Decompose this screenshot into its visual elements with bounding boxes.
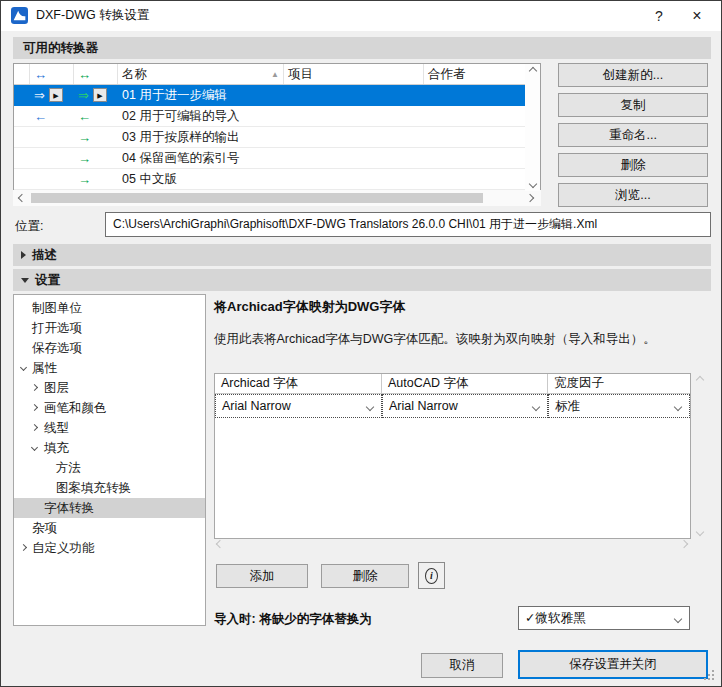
tree-item-label: 字体转换	[44, 500, 94, 517]
width-factor-select[interactable]: 标准	[548, 394, 690, 418]
collaborator-column-label: 合作者	[428, 66, 466, 83]
title-bar: DXF-DWG 转换设置 ? ×	[1, 1, 721, 31]
column-header-project[interactable]: 项目	[284, 64, 424, 84]
browse-button[interactable]: 浏览...	[558, 183, 708, 207]
tree-item-attributes[interactable]: 属性	[14, 358, 205, 378]
expander-closed-icon[interactable]	[31, 404, 38, 411]
translator-row[interactable]: → 04 保留画笔的索引号	[14, 148, 540, 169]
tree-item-font-conversion[interactable]: 字体转换	[14, 498, 205, 518]
font-mapping-title: 将Archicad字体映射为DWG字体	[214, 298, 405, 316]
translator-row-selected[interactable]: ⇒ ▶ ⇒ ▶ 01 用于进一步编辑	[14, 85, 540, 106]
save-and-close-button[interactable]: 保存设置并关闭	[518, 650, 708, 679]
translator-row[interactable]: → 05 中文版	[14, 169, 540, 190]
tree-item-save-options[interactable]: 保存选项	[14, 338, 205, 358]
info-button[interactable]: i	[418, 562, 445, 589]
bidirectional-green-icon[interactable]: ↔	[74, 64, 118, 84]
translator-name: 02 用于可编辑的导入	[118, 108, 540, 125]
help-button[interactable]: ?	[639, 1, 679, 31]
available-translators-label: 可用的转换器	[23, 40, 98, 57]
tree-item-open-options[interactable]: 打开选项	[14, 318, 205, 338]
project-column-label: 项目	[288, 66, 313, 83]
bidirectional-blue-icon[interactable]: ↔	[30, 64, 74, 84]
resize-grip[interactable]	[702, 668, 714, 680]
tree-item-label: 图案填充转换	[56, 480, 131, 497]
scroll-left-icon[interactable]	[216, 540, 224, 548]
chevron-down-icon	[674, 615, 682, 623]
location-path-field[interactable]: C:\Users\ArchiGraphi\Graphisoft\DXF-DWG …	[105, 212, 711, 237]
info-icon: i	[425, 568, 438, 584]
tree-item-miscellaneous[interactable]: 杂项	[14, 518, 205, 538]
export-green-arrow-icon: →	[78, 172, 91, 187]
delete-translator-button[interactable]: 删除	[558, 153, 708, 177]
import-replace-label: 导入时: 将缺少的字体替换为	[214, 611, 372, 628]
scroll-left-icon[interactable]	[18, 194, 26, 202]
scroll-up-icon[interactable]	[696, 376, 704, 384]
translator-name: 04 保留画笔的索引号	[118, 150, 540, 167]
tree-item-pens-colors[interactable]: 画笔和颜色	[14, 398, 205, 418]
open-green-translator-button[interactable]: ▶	[93, 88, 107, 102]
tree-item-fills[interactable]: 填充	[14, 438, 205, 458]
settings-section-header[interactable]: 设置	[13, 269, 711, 291]
expander-open-icon[interactable]	[31, 444, 38, 451]
tree-item-hatch-conversion[interactable]: 图案填充转换	[14, 478, 205, 498]
name-column-label: 名称	[122, 66, 147, 83]
delete-font-mapping-button[interactable]: 删除	[321, 564, 409, 588]
play-icon: ▶	[53, 92, 58, 99]
window-title: DXF-DWG 转换设置	[36, 7, 149, 24]
translator-row[interactable]: ← ← 02 用于可编辑的导入	[14, 106, 540, 127]
description-section-header[interactable]: 描述	[13, 244, 711, 266]
open-blue-translator-button[interactable]: ▶	[49, 88, 63, 102]
available-translators-header: 可用的转换器	[13, 37, 711, 59]
tree-item-label: 图层	[44, 380, 69, 397]
hscrollbar-thumb[interactable]	[31, 193, 483, 203]
font-table-vscrollbar[interactable]	[693, 373, 707, 539]
rename-button[interactable]: 重命名...	[558, 123, 708, 147]
autocad-font-select[interactable]: Arial Narrow	[382, 394, 548, 418]
cancel-button[interactable]: 取消	[421, 653, 503, 678]
import-blue-arrow-icon: ←	[34, 109, 47, 124]
scroll-up-icon[interactable]	[528, 67, 536, 75]
scroll-right-icon[interactable]	[526, 194, 534, 202]
location-label: 位置:	[15, 218, 43, 235]
scroll-down-icon[interactable]	[528, 180, 536, 188]
tree-item-label: 方法	[56, 460, 81, 477]
description-section-label: 描述	[32, 247, 57, 264]
expander-closed-icon[interactable]	[20, 544, 27, 551]
tree-item-methods[interactable]: 方法	[14, 458, 205, 478]
tree-item-custom-functions[interactable]: 自定义功能	[14, 538, 205, 558]
font-mapping-table: Archicad 字体 AutoCAD 字体 宽度因子 Arial Narrow…	[214, 373, 691, 539]
autocad-font-column-header: AutoCAD 字体	[382, 374, 548, 394]
import-export-blue-arrow-icon: ⇒	[34, 88, 45, 103]
tree-item-layers[interactable]: 图层	[14, 378, 205, 398]
tree-item-label: 自定义功能	[32, 540, 95, 557]
translator-row[interactable]: → 03 用于按原样的输出	[14, 127, 540, 148]
create-new-button[interactable]: 创建新的...	[558, 63, 708, 87]
scroll-right-icon[interactable]	[680, 540, 688, 548]
sort-ascending-icon: ▲	[271, 70, 279, 79]
expander-open-icon[interactable]	[20, 364, 27, 371]
tree-item-drawing-units[interactable]: 制图单位	[14, 298, 205, 318]
expanded-triangle-icon	[21, 278, 29, 283]
expander-closed-icon[interactable]	[31, 424, 38, 431]
archicad-font-select[interactable]: Arial Narrow	[215, 394, 382, 418]
chevron-down-icon	[674, 403, 682, 411]
tree-item-label: 线型	[44, 420, 69, 437]
duplicate-button[interactable]: 复制	[558, 93, 708, 117]
tree-item-line-types[interactable]: 线型	[14, 418, 205, 438]
width-factor-column-header: 宽度因子	[548, 374, 690, 394]
close-icon[interactable]: ×	[677, 1, 717, 31]
missing-font-value: ✓微软雅黑	[525, 610, 585, 627]
tree-item-label: 画笔和颜色	[44, 400, 107, 417]
expander-closed-icon[interactable]	[31, 384, 38, 391]
add-font-mapping-button[interactable]: 添加	[216, 564, 308, 588]
scroll-down-icon[interactable]	[696, 528, 704, 536]
width-factor-value: 标准	[555, 398, 580, 415]
tree-item-label: 制图单位	[32, 300, 82, 317]
missing-font-select[interactable]: ✓微软雅黑	[518, 606, 690, 630]
tree-item-label: 填充	[44, 440, 69, 457]
translator-vscrollbar[interactable]	[525, 64, 540, 191]
column-header-collaborator[interactable]: 合作者	[424, 64, 540, 84]
translator-hscrollbar[interactable]	[13, 190, 541, 206]
tree-item-label: 打开选项	[32, 320, 82, 337]
column-header-name[interactable]: 名称 ▲	[118, 64, 284, 84]
